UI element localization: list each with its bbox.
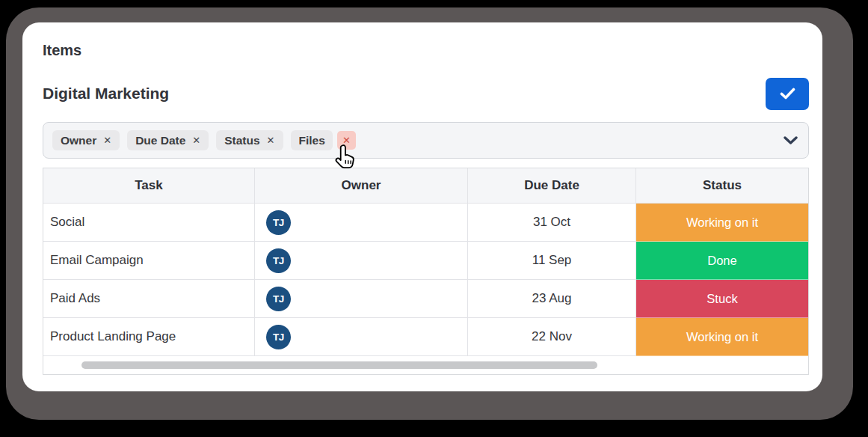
status-cell[interactable]: Stuck <box>636 280 808 318</box>
column-header-task[interactable]: Task <box>43 168 255 204</box>
check-icon <box>780 88 795 100</box>
items-card: Items Digital Marketing Owner ✕ Due Date… <box>22 22 822 391</box>
column-header-status[interactable]: Status <box>636 168 808 204</box>
table-row: Paid Ads TJ 23 Aug Stuck <box>43 280 808 318</box>
due-date-cell[interactable]: 23 Aug <box>468 280 636 318</box>
filter-chip-files[interactable]: Files <box>291 130 333 150</box>
due-date-cell[interactable]: 31 Oct <box>468 204 636 242</box>
avatar[interactable]: TJ <box>266 248 291 273</box>
remove-chip-icon[interactable]: ✕ <box>103 135 111 145</box>
table-row: Product Landing Page TJ 22 Nov Working o… <box>43 318 808 356</box>
due-date-cell[interactable]: 11 Sep <box>468 242 636 280</box>
table-header-row: Task Owner Due Date Status <box>43 168 808 204</box>
column-header-due-date[interactable]: Due Date <box>468 168 636 204</box>
filter-chip-owner[interactable]: Owner ✕ <box>52 130 120 150</box>
filter-chip-label: Status <box>224 134 259 147</box>
horizontal-scrollbar-thumb[interactable] <box>81 361 597 369</box>
filter-chip-status[interactable]: Status ✕ <box>216 130 283 150</box>
owner-cell[interactable]: TJ <box>255 318 468 356</box>
filter-chip-label: Owner <box>61 134 96 147</box>
board-title: Digital Marketing <box>43 85 169 103</box>
avatar[interactable]: TJ <box>266 287 291 311</box>
filter-bar-collapse-button[interactable] <box>784 136 798 145</box>
due-date-cell[interactable]: 22 Nov <box>468 318 636 356</box>
avatar[interactable]: TJ <box>266 210 291 235</box>
column-header-owner[interactable]: Owner <box>255 168 468 204</box>
confirm-button[interactable] <box>766 78 809 110</box>
chevron-down-icon <box>784 136 798 145</box>
items-table: Task Owner Due Date Status Social TJ 31 … <box>43 168 809 375</box>
filter-chip-due-date[interactable]: Due Date ✕ <box>127 130 209 150</box>
remove-chip-icon-highlighted[interactable]: ✕ <box>337 131 356 150</box>
owner-cell[interactable]: TJ <box>255 280 468 318</box>
owner-cell[interactable]: TJ <box>255 242 468 280</box>
status-cell[interactable]: Working on it <box>636 318 808 356</box>
filter-chip-label: Files <box>299 134 325 147</box>
task-cell[interactable]: Email Campaign <box>43 242 255 280</box>
task-cell[interactable]: Social <box>43 204 255 242</box>
filter-chip-label: Due Date <box>135 134 185 147</box>
status-cell[interactable]: Done <box>636 242 808 280</box>
horizontal-scrollbar-track[interactable] <box>43 356 808 374</box>
task-cell[interactable]: Paid Ads <box>43 280 255 318</box>
table-row: Social TJ 31 Oct Working on it <box>43 204 808 242</box>
remove-chip-icon[interactable]: ✕ <box>192 135 200 145</box>
status-cell[interactable]: Working on it <box>636 204 808 242</box>
filter-bar: Owner ✕ Due Date ✕ Status ✕ Files ✕ <box>43 122 809 159</box>
owner-cell[interactable]: TJ <box>255 204 468 242</box>
table-row: Email Campaign TJ 11 Sep Done <box>43 242 808 280</box>
avatar[interactable]: TJ <box>266 325 291 349</box>
page-title: Items <box>43 41 809 59</box>
board-header: Digital Marketing <box>43 77 809 110</box>
task-cell[interactable]: Product Landing Page <box>43 318 255 356</box>
remove-chip-icon[interactable]: ✕ <box>267 135 275 145</box>
